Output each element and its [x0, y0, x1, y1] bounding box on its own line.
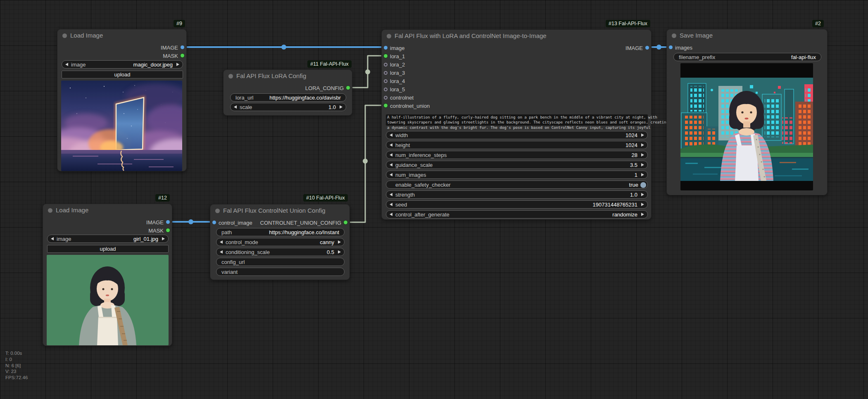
output-slot-image[interactable]: IMAGE: [57, 43, 186, 52]
collapse-dot-icon[interactable]: [215, 209, 220, 213]
wire-midpoint-dot[interactable]: [365, 69, 370, 74]
image-port-icon[interactable]: [166, 220, 170, 224]
node-flux-13[interactable]: Fal API Flux with LoRA and ControlNet Im…: [381, 29, 652, 220]
input-slot-lora-2[interactable]: lora_2: [382, 60, 651, 69]
input-slot-controlnet[interactable]: controlnet: [382, 93, 651, 102]
combo-increment-icon[interactable]: [641, 193, 644, 196]
combo-decrement-icon[interactable]: [390, 213, 392, 216]
lora-config-port-icon[interactable]: [346, 86, 350, 90]
image-port-icon[interactable]: [645, 46, 649, 50]
collapse-dot-icon[interactable]: [48, 208, 52, 213]
num-inference-steps-stepper[interactable]: num_inference_steps 28: [386, 151, 648, 159]
wire-midpoint-dot[interactable]: [281, 45, 286, 50]
image-file-combo[interactable]: image girl_01.jpg: [47, 235, 169, 243]
node-title: Save Image: [680, 32, 713, 39]
input-slot-controlnet-union[interactable]: controlnet_union: [382, 102, 651, 110]
input-slot-lora-3[interactable]: lora_3: [382, 69, 651, 77]
combo-increment-icon[interactable]: [176, 63, 179, 66]
image-file-combo[interactable]: image magic_door.jpeg: [62, 60, 183, 69]
combo-increment-icon[interactable]: [641, 173, 644, 176]
input-slot-lora-1[interactable]: lora_1: [382, 52, 651, 60]
node-graph-canvas[interactable]: #9 #11 Fal-API-Flux #13 Fal-API-Flux #2 …: [0, 0, 868, 399]
output-slot-mask[interactable]: MASK: [57, 52, 186, 60]
controlnet-port-icon[interactable]: [384, 96, 388, 100]
collapse-dot-icon[interactable]: [228, 74, 233, 78]
combo-increment-icon[interactable]: [641, 143, 644, 147]
node-load-image-9[interactable]: Load Image IMAGE MASK image magic_door.j…: [57, 29, 187, 171]
mask-port-icon[interactable]: [166, 228, 170, 232]
path-field[interactable]: path https://huggingface.co/Instant: [216, 228, 345, 236]
collapse-dot-icon[interactable]: [62, 33, 67, 38]
combo-decrement-icon[interactable]: [390, 153, 392, 157]
upload-button[interactable]: upload: [62, 71, 183, 78]
scale-stepper[interactable]: scale 1.0: [230, 103, 346, 111]
combo-increment-icon[interactable]: [338, 240, 341, 244]
combo-decrement-icon[interactable]: [390, 173, 392, 176]
lora-port-icon[interactable]: [384, 88, 388, 91]
num-images-stepper[interactable]: num_images 1: [386, 171, 648, 179]
input-slot-images[interactable]: images: [667, 43, 827, 52]
conditioning-scale-stepper[interactable]: conditioning_scale 0.5: [216, 248, 345, 256]
upload-button[interactable]: upload: [47, 245, 169, 253]
combo-decrement-icon[interactable]: [390, 203, 392, 206]
strength-stepper[interactable]: strength 1.0: [386, 190, 648, 199]
combo-decrement-icon[interactable]: [220, 240, 223, 244]
combo-decrement-icon[interactable]: [390, 193, 392, 196]
image-port-icon[interactable]: [181, 45, 184, 49]
combo-decrement-icon[interactable]: [51, 237, 54, 240]
images-port-icon[interactable]: [669, 45, 673, 49]
combo-increment-icon[interactable]: [641, 133, 644, 137]
variant-field[interactable]: variant: [216, 268, 345, 276]
lora-port-icon[interactable]: [384, 71, 388, 75]
node-load-image-12[interactable]: Load Image IMAGE MASK image girl_01.jpg …: [43, 204, 172, 346]
combo-increment-icon[interactable]: [641, 163, 644, 166]
lora-port-icon[interactable]: [384, 63, 388, 66]
output-slot-lora-config[interactable]: LORA_CONFIG: [224, 84, 352, 92]
mask-port-icon[interactable]: [181, 54, 184, 57]
combo-decrement-icon[interactable]: [390, 133, 392, 137]
controlnet-union-config-port-icon[interactable]: [344, 221, 347, 224]
filename-prefix-field[interactable]: filename_prefix fal-api-flux: [673, 53, 821, 61]
combo-increment-icon[interactable]: [641, 203, 644, 206]
wire-midpoint-dot[interactable]: [363, 159, 368, 164]
collapse-dot-icon[interactable]: [672, 33, 676, 38]
lora-port-icon[interactable]: [384, 79, 388, 83]
combo-increment-icon[interactable]: [641, 213, 644, 216]
guidance-scale-stepper[interactable]: guidance_scale 3.5: [386, 161, 648, 169]
input-slot-lora-5[interactable]: lora_5: [382, 85, 651, 93]
controlnet-union-port-icon[interactable]: [384, 104, 388, 107]
combo-decrement-icon[interactable]: [220, 250, 223, 254]
width-stepper[interactable]: width 1024: [386, 131, 648, 139]
wire-midpoint-dot[interactable]: [656, 45, 661, 50]
collapse-dot-icon[interactable]: [387, 34, 391, 38]
height-stepper[interactable]: height 1024: [386, 141, 648, 149]
combo-increment-icon[interactable]: [641, 153, 644, 157]
output-slot-image[interactable]: IMAGE: [382, 44, 651, 52]
prompt-text[interactable]: A half-illustration of a fluffy, curly-h…: [387, 115, 647, 130]
wire-midpoint-dot[interactable]: [188, 219, 193, 224]
combo-decrement-icon[interactable]: [234, 105, 237, 109]
toggle-knob-icon[interactable]: [640, 182, 646, 188]
combo-increment-icon[interactable]: [162, 237, 165, 240]
stat-fps: FPS:72.46: [5, 375, 28, 381]
combo-increment-icon[interactable]: [340, 105, 342, 109]
control-after-generate-combo[interactable]: control_after_generate randomize: [386, 210, 648, 218]
enable-safety-checker-toggle[interactable]: enable_safety_checker true: [386, 180, 648, 189]
combo-decrement-icon[interactable]: [390, 163, 392, 166]
control-mode-combo[interactable]: control_mode canny: [216, 238, 345, 246]
lora-port-icon[interactable]: [384, 54, 388, 58]
output-slot-image[interactable]: IMAGE: [43, 218, 172, 226]
node-controlnet-union-config-10[interactable]: Fal API Flux ControlNet Union Config con…: [210, 204, 350, 280]
config-url-field[interactable]: config_url: [216, 258, 345, 266]
stat-time: T: 0.00s: [5, 350, 28, 356]
seed-stepper[interactable]: seed 190731448765231: [386, 200, 648, 209]
node-save-image-2[interactable]: Save Image images filename_prefix fal-ap…: [666, 29, 828, 195]
node-lora-config-11[interactable]: Fal API Flux LoRA Config LORA_CONFIG lor…: [223, 69, 352, 116]
lora-url-field[interactable]: lora_url https://huggingface.co/davisbr: [230, 93, 346, 102]
output-slot-mask[interactable]: MASK: [43, 226, 172, 235]
combo-decrement-icon[interactable]: [390, 143, 392, 147]
combo-decrement-icon[interactable]: [65, 63, 68, 66]
input-slot-lora-4[interactable]: lora_4: [382, 77, 651, 85]
output-slot-controlnet-union-config[interactable]: CONTROLNET_UNION_CONFIG: [210, 218, 350, 227]
combo-increment-icon[interactable]: [338, 250, 341, 254]
